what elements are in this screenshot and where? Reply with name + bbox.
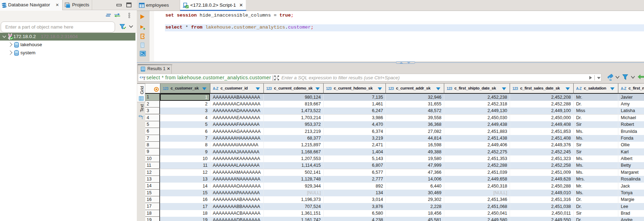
svg-text:T: T [143, 76, 146, 81]
svg-text:T: T [141, 116, 144, 119]
